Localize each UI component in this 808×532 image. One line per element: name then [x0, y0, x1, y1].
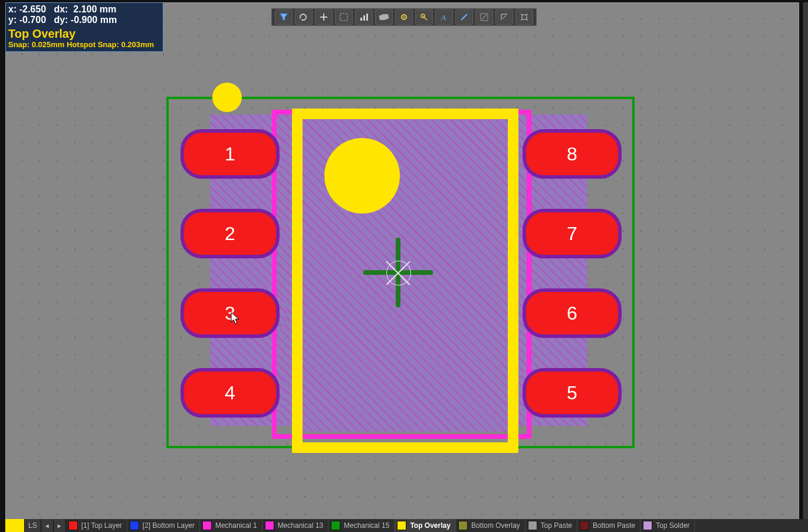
pad-2[interactable]: 2 — [180, 209, 280, 258]
layer-color-swatch — [528, 521, 537, 530]
pcb-canvas[interactable]: 1 2 3 4 8 7 6 5 — [5, 2, 799, 520]
pad-3[interactable]: 3 — [180, 288, 280, 338]
origin-move-button[interactable] — [415, 9, 433, 25]
pad-number: 2 — [225, 223, 235, 245]
layer-tab-label: Top Paste — [541, 521, 572, 530]
svg-rect-10 — [522, 15, 527, 19]
layer-color-swatch — [643, 521, 652, 530]
svg-rect-2 — [363, 15, 365, 21]
layer-color-swatch — [265, 521, 274, 530]
pad-number: 6 — [567, 303, 577, 324]
pad-number: 7 — [567, 223, 577, 245]
layer-color-swatch — [202, 521, 212, 530]
right-panel-edge — [803, 2, 808, 519]
svg-rect-1 — [360, 18, 362, 21]
origin-set-button[interactable] — [395, 9, 413, 25]
dimension-button[interactable] — [495, 9, 513, 25]
layer-tab[interactable]: Mechanical 1 — [200, 519, 262, 532]
pad-number: 4 — [225, 382, 235, 404]
active-bar-toolbar: A — [271, 8, 537, 26]
selection-button[interactable] — [335, 9, 353, 25]
layer-tab[interactable]: [1] Top Layer — [66, 519, 127, 532]
layer-tab[interactable]: Bottom Overlay — [456, 519, 525, 532]
clear-filter-button[interactable] — [295, 9, 313, 25]
align-button[interactable] — [355, 9, 373, 25]
layer-color-swatch — [580, 521, 589, 530]
layer-tab-label: Top Overlay — [410, 521, 450, 530]
layer-nav-next[interactable]: ► — [54, 519, 66, 532]
text-button[interactable]: A — [435, 9, 453, 25]
svg-rect-0 — [340, 14, 347, 21]
svg-text:A: A — [441, 13, 446, 21]
layer-tab-label: [2] Bottom Layer — [143, 521, 195, 530]
layer-tab-label: Bottom Overlay — [471, 521, 520, 530]
pad-4[interactable]: 4 — [180, 368, 280, 418]
pad-number: 8 — [567, 143, 577, 165]
layer-color-swatch — [331, 521, 340, 530]
layer-tab[interactable]: Top Solder — [641, 519, 695, 532]
line-button[interactable] — [455, 9, 473, 25]
svg-rect-3 — [366, 14, 368, 21]
pad-number: 3 — [225, 303, 235, 324]
pad-1[interactable]: 1 — [180, 129, 280, 179]
pin1-dot-large — [324, 138, 400, 214]
pad-7[interactable]: 7 — [523, 209, 622, 258]
arc-button[interactable] — [475, 9, 493, 25]
layer-tab-label: Mechanical 13 — [278, 521, 323, 530]
pad-8[interactable]: 8 — [523, 129, 622, 179]
svg-rect-4 — [379, 14, 389, 20]
layer-tab[interactable]: [2] Bottom Layer — [127, 519, 200, 532]
layer-tab[interactable]: Mechanical 13 — [262, 519, 329, 532]
pad-number: 1 — [225, 143, 235, 165]
layer-color-swatch — [68, 521, 78, 530]
layer-tab[interactable]: Mechanical 15 — [329, 519, 395, 532]
layer-set-label[interactable]: LS — [25, 519, 41, 532]
fit-button[interactable] — [515, 9, 533, 25]
layer-tab-bar: LS ◄ ► [1] Top Layer[2] Bottom LayerMech… — [5, 519, 808, 532]
layer-tab-label: Top Solder — [656, 521, 689, 530]
filter-button[interactable] — [275, 9, 293, 25]
current-layer-swatch[interactable] — [5, 519, 25, 532]
pin1-dot-small — [212, 83, 242, 112]
layer-tab-label: [1] Top Layer — [81, 521, 122, 530]
layer-tab-label: Bottom Paste — [593, 521, 635, 530]
layer-color-swatch — [458, 521, 468, 530]
svg-point-6 — [403, 17, 405, 18]
pad-number: 5 — [567, 382, 577, 404]
pad-6[interactable]: 6 — [523, 288, 622, 338]
layer-nav-prev[interactable]: ◄ — [41, 519, 54, 532]
layer-tab[interactable]: Top Overlay — [395, 519, 455, 532]
measure-button[interactable] — [375, 9, 393, 25]
layer-tab[interactable]: Top Paste — [525, 519, 577, 532]
layer-tab[interactable]: Bottom Paste — [577, 519, 641, 532]
layer-color-swatch — [130, 521, 139, 530]
layer-tab-label: Mechanical 1 — [215, 521, 257, 530]
layer-tab-label: Mechanical 15 — [344, 521, 389, 530]
pad-5[interactable]: 5 — [523, 368, 622, 418]
layer-color-swatch — [397, 521, 406, 530]
add-button[interactable] — [315, 9, 333, 25]
